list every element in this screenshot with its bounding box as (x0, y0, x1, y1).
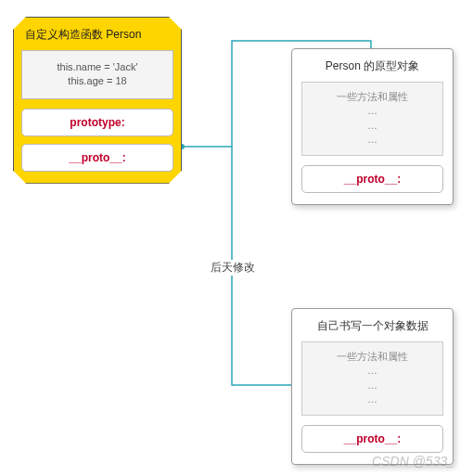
modification-note: 后天修改 (209, 260, 257, 276)
ellipsis-row: … (306, 392, 439, 406)
prototype-object-body: 一些方法和属性 … … … (301, 82, 443, 156)
constructor-code: this.name = 'Jack' this.age = 18 (21, 50, 173, 99)
ellipsis-row: … (306, 119, 439, 133)
ellipsis-row: … (306, 379, 439, 392)
ellipsis-row: … (306, 104, 439, 118)
proto-slot: __proto__: (301, 425, 443, 453)
proto-slot: __proto__: (301, 165, 443, 193)
diagram-canvas: 自定义构造函数 Person this.name = 'Jack' this.a… (0, 0, 473, 476)
code-line-2: this.age = 18 (26, 74, 169, 88)
ellipsis-row: … (306, 133, 439, 147)
prototype-object-title: Person 的原型对象 (301, 58, 443, 74)
custom-object-title: 自己书写一个对象数据 (301, 318, 443, 334)
body-heading: 一些方法和属性 (306, 90, 439, 104)
proto-slot: __proto__: (21, 144, 173, 172)
custom-object-body: 一些方法和属性 … … … (301, 341, 443, 416)
prototype-object-box: Person 的原型对象 一些方法和属性 … … … __proto__: (291, 48, 454, 205)
body-heading: 一些方法和属性 (306, 350, 439, 364)
code-line-1: this.name = 'Jack' (26, 60, 169, 74)
custom-object-box: 自己书写一个对象数据 一些方法和属性 … … … __proto__: (291, 308, 454, 465)
constructor-title: 自定义构造函数 Person (21, 25, 173, 50)
ellipsis-row: … (306, 364, 439, 378)
watermark-text: CSDN @533_ (372, 454, 454, 469)
prototype-slot: prototype: (21, 109, 173, 136)
constructor-box: 自定义构造函数 Person this.name = 'Jack' this.a… (13, 17, 182, 184)
